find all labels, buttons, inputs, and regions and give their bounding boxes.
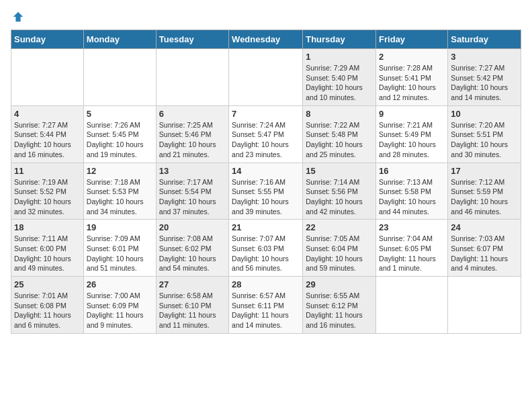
- day-number: 8: [306, 109, 373, 119]
- calendar-cell: 2Sunrise: 7:28 AM Sunset: 5:41 PM Daylig…: [376, 49, 448, 106]
- weekday-header-row: SundayMondayTuesdayWednesdayThursdayFrid…: [11, 30, 521, 49]
- calendar-cell: 26Sunrise: 7:00 AM Sunset: 6:09 PM Dayli…: [83, 277, 156, 334]
- calendar-cell: 4Sunrise: 7:27 AM Sunset: 5:44 PM Daylig…: [11, 105, 84, 163]
- calendar-cell: 5Sunrise: 7:26 AM Sunset: 5:45 PM Daylig…: [83, 105, 156, 163]
- day-number: 17: [451, 166, 518, 176]
- day-detail: Sunrise: 7:27 AM Sunset: 5:42 PM Dayligh…: [451, 63, 518, 103]
- day-number: 10: [451, 109, 518, 119]
- day-detail: Sunrise: 7:14 AM Sunset: 5:56 PM Dayligh…: [306, 177, 373, 217]
- day-detail: Sunrise: 7:28 AM Sunset: 5:41 PM Dayligh…: [379, 63, 445, 103]
- calendar-cell: 23Sunrise: 7:04 AM Sunset: 6:05 PM Dayli…: [376, 220, 448, 277]
- day-number: 29: [306, 279, 373, 289]
- calendar-cell: 28Sunrise: 6:57 AM Sunset: 6:11 PM Dayli…: [229, 277, 303, 334]
- day-number: 5: [87, 109, 153, 119]
- calendar-cell: 15Sunrise: 7:14 AM Sunset: 5:56 PM Dayli…: [303, 163, 376, 220]
- calendar-cell: [156, 49, 228, 106]
- day-detail: Sunrise: 7:05 AM Sunset: 6:04 PM Dayligh…: [306, 234, 373, 273]
- day-detail: Sunrise: 7:09 AM Sunset: 6:01 PM Dayligh…: [87, 234, 153, 273]
- calendar-cell: 19Sunrise: 7:09 AM Sunset: 6:01 PM Dayli…: [83, 220, 156, 277]
- day-detail: Sunrise: 7:04 AM Sunset: 6:05 PM Dayligh…: [379, 234, 445, 273]
- day-detail: Sunrise: 7:25 AM Sunset: 5:46 PM Dayligh…: [159, 120, 226, 160]
- logo: [11, 11, 24, 23]
- day-number: 1: [306, 52, 373, 62]
- day-detail: Sunrise: 7:20 AM Sunset: 5:51 PM Dayligh…: [451, 120, 518, 160]
- calendar-table: SundayMondayTuesdayWednesdayThursdayFrid…: [11, 30, 521, 334]
- day-detail: Sunrise: 7:13 AM Sunset: 5:58 PM Dayligh…: [379, 177, 445, 217]
- weekday-header-tuesday: Tuesday: [156, 30, 228, 49]
- calendar-cell: 29Sunrise: 6:55 AM Sunset: 6:12 PM Dayli…: [303, 277, 376, 334]
- day-number: 2: [379, 52, 445, 62]
- day-detail: Sunrise: 7:08 AM Sunset: 6:02 PM Dayligh…: [159, 234, 226, 273]
- day-number: 24: [451, 222, 518, 232]
- day-detail: Sunrise: 7:27 AM Sunset: 5:44 PM Dayligh…: [14, 120, 81, 160]
- day-number: 11: [14, 166, 81, 176]
- day-number: 13: [159, 166, 226, 176]
- logo-icon: [12, 11, 24, 23]
- calendar-week-row: 11Sunrise: 7:19 AM Sunset: 5:52 PM Dayli…: [11, 163, 521, 220]
- calendar-cell: 14Sunrise: 7:16 AM Sunset: 5:55 PM Dayli…: [229, 163, 303, 220]
- calendar-cell: 11Sunrise: 7:19 AM Sunset: 5:52 PM Dayli…: [11, 163, 84, 220]
- day-number: 6: [159, 109, 226, 119]
- calendar-cell: 7Sunrise: 7:24 AM Sunset: 5:47 PM Daylig…: [229, 105, 303, 163]
- day-number: 27: [159, 279, 226, 289]
- calendar-cell: [448, 277, 521, 334]
- day-number: 15: [306, 166, 373, 176]
- day-number: 9: [379, 109, 445, 119]
- day-number: 14: [232, 166, 300, 176]
- day-number: 19: [87, 222, 153, 232]
- day-number: 28: [232, 279, 300, 289]
- day-number: 26: [87, 279, 153, 289]
- calendar-cell: [83, 49, 156, 106]
- weekday-header-wednesday: Wednesday: [229, 30, 303, 49]
- day-number: 22: [306, 222, 373, 232]
- day-detail: Sunrise: 7:16 AM Sunset: 5:55 PM Dayligh…: [232, 177, 300, 217]
- calendar-cell: 20Sunrise: 7:08 AM Sunset: 6:02 PM Dayli…: [156, 220, 228, 277]
- weekday-header-sunday: Sunday: [11, 30, 84, 49]
- day-number: 12: [87, 166, 153, 176]
- calendar-cell: 18Sunrise: 7:11 AM Sunset: 6:00 PM Dayli…: [11, 220, 84, 277]
- day-number: 7: [232, 109, 300, 119]
- calendar-cell: 22Sunrise: 7:05 AM Sunset: 6:04 PM Dayli…: [303, 220, 376, 277]
- day-detail: Sunrise: 7:21 AM Sunset: 5:49 PM Dayligh…: [379, 120, 445, 160]
- calendar-cell: 27Sunrise: 6:58 AM Sunset: 6:10 PM Dayli…: [156, 277, 228, 334]
- day-number: 20: [159, 222, 226, 232]
- day-detail: Sunrise: 7:24 AM Sunset: 5:47 PM Dayligh…: [232, 120, 300, 160]
- calendar-cell: 13Sunrise: 7:17 AM Sunset: 5:54 PM Dayli…: [156, 163, 228, 220]
- weekday-header-friday: Friday: [376, 30, 448, 49]
- day-number: 18: [14, 222, 81, 232]
- calendar-cell: 8Sunrise: 7:22 AM Sunset: 5:48 PM Daylig…: [303, 105, 376, 163]
- day-detail: Sunrise: 7:12 AM Sunset: 5:59 PM Dayligh…: [451, 177, 518, 217]
- day-detail: Sunrise: 7:11 AM Sunset: 6:00 PM Dayligh…: [14, 234, 81, 273]
- day-detail: Sunrise: 7:00 AM Sunset: 6:09 PM Dayligh…: [87, 291, 153, 330]
- day-detail: Sunrise: 7:29 AM Sunset: 5:40 PM Dayligh…: [306, 63, 373, 103]
- calendar-cell: 24Sunrise: 7:03 AM Sunset: 6:07 PM Dayli…: [448, 220, 521, 277]
- day-number: 16: [379, 166, 445, 176]
- calendar-cell: 21Sunrise: 7:07 AM Sunset: 6:03 PM Dayli…: [229, 220, 303, 277]
- calendar-cell: 17Sunrise: 7:12 AM Sunset: 5:59 PM Dayli…: [448, 163, 521, 220]
- day-detail: Sunrise: 7:01 AM Sunset: 6:08 PM Dayligh…: [14, 291, 81, 330]
- weekday-header-monday: Monday: [83, 30, 156, 49]
- day-detail: Sunrise: 7:03 AM Sunset: 6:07 PM Dayligh…: [451, 234, 518, 273]
- calendar-week-row: 4Sunrise: 7:27 AM Sunset: 5:44 PM Daylig…: [11, 105, 521, 163]
- day-detail: Sunrise: 6:58 AM Sunset: 6:10 PM Dayligh…: [159, 291, 226, 330]
- day-detail: Sunrise: 7:18 AM Sunset: 5:53 PM Dayligh…: [87, 177, 153, 217]
- calendar-cell: [229, 49, 303, 106]
- day-number: 21: [232, 222, 300, 232]
- day-detail: Sunrise: 7:17 AM Sunset: 5:54 PM Dayligh…: [159, 177, 226, 217]
- day-number: 3: [451, 52, 518, 62]
- calendar-cell: 10Sunrise: 7:20 AM Sunset: 5:51 PM Dayli…: [448, 105, 521, 163]
- day-detail: Sunrise: 7:22 AM Sunset: 5:48 PM Dayligh…: [306, 120, 373, 160]
- day-detail: Sunrise: 7:07 AM Sunset: 6:03 PM Dayligh…: [232, 234, 300, 273]
- day-number: 4: [14, 109, 81, 119]
- page-header: [11, 11, 521, 23]
- day-detail: Sunrise: 6:55 AM Sunset: 6:12 PM Dayligh…: [306, 291, 373, 330]
- calendar-cell: [11, 49, 84, 106]
- day-number: 23: [379, 222, 445, 232]
- weekday-header-thursday: Thursday: [303, 30, 376, 49]
- calendar-cell: 25Sunrise: 7:01 AM Sunset: 6:08 PM Dayli…: [11, 277, 84, 334]
- calendar-cell: 16Sunrise: 7:13 AM Sunset: 5:58 PM Dayli…: [376, 163, 448, 220]
- calendar-cell: 1Sunrise: 7:29 AM Sunset: 5:40 PM Daylig…: [303, 49, 376, 106]
- day-detail: Sunrise: 7:19 AM Sunset: 5:52 PM Dayligh…: [14, 177, 81, 217]
- day-detail: Sunrise: 6:57 AM Sunset: 6:11 PM Dayligh…: [232, 291, 300, 330]
- calendar-week-row: 1Sunrise: 7:29 AM Sunset: 5:40 PM Daylig…: [11, 49, 521, 106]
